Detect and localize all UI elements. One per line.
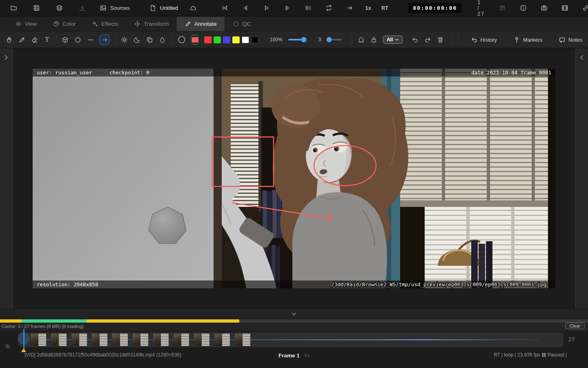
markers-label: Markers	[523, 37, 542, 43]
filmstrip-button[interactable]	[559, 3, 570, 13]
playhead[interactable]	[23, 329, 24, 349]
color-swatch-4[interactable]	[242, 36, 249, 43]
open-folder-button[interactable]	[8, 3, 19, 13]
color-swatch-2[interactable]	[223, 36, 230, 43]
layers-icon	[56, 4, 63, 11]
layers-button[interactable]	[54, 3, 65, 13]
annotation-filter-select[interactable]: All	[383, 36, 403, 44]
play-button[interactable]	[261, 3, 272, 13]
share-link-button[interactable]	[580, 3, 588, 13]
play-direction-button[interactable]	[345, 3, 355, 13]
markers-button[interactable]: Markers	[513, 36, 542, 43]
tab-effects[interactable]: Effects	[84, 17, 126, 31]
frame-mode-label[interactable]: F#	[305, 354, 310, 358]
cloud-sync-button[interactable]	[188, 3, 198, 13]
cache-status-label: Cache: 3 / 27 frames (8 MB) [8 loading]	[2, 324, 84, 329]
viewer-area: user: russian_user checkpoint: 0 date 20…	[0, 48, 588, 309]
timeline-thumbnail[interactable]	[133, 334, 148, 346]
media-canvas[interactable]: user: russian_user checkpoint: 0 date 20…	[33, 69, 555, 288]
speed-indicator[interactable]: 1x	[365, 5, 371, 11]
selected-color-swatch[interactable]	[192, 35, 198, 45]
tab-view[interactable]: View	[7, 17, 45, 31]
realtime-indicator[interactable]: RT	[381, 5, 388, 11]
timeline-thumbnail[interactable]	[51, 334, 67, 346]
step-forward-icon	[284, 4, 291, 11]
timeline-thumbnail[interactable]	[214, 334, 230, 346]
timeline-thumbnail[interactable]	[31, 334, 46, 346]
darken-button[interactable]	[134, 35, 140, 45]
tab-annotate[interactable]: Annotate	[177, 17, 225, 31]
timeline-thumbnail[interactable]	[71, 334, 87, 346]
timeline-strip[interactable]	[18, 332, 564, 347]
fill-button[interactable]	[159, 35, 166, 45]
cache-segment	[0, 319, 22, 323]
loop-mode-button[interactable]	[324, 3, 334, 13]
info-button[interactable]	[518, 3, 528, 13]
shape-tool-button[interactable]	[62, 35, 69, 45]
pan-tool-button[interactable]	[6, 35, 13, 45]
color-swatch-0[interactable]	[204, 36, 212, 43]
timeline-thumbnail[interactable]	[112, 334, 128, 346]
draw-tool-button[interactable]	[18, 35, 25, 45]
timeline-thumbnail[interactable]	[153, 334, 169, 346]
document-tab[interactable]: Untitled	[149, 3, 178, 13]
transport-info-label: RT | loop | 23.976 fps	[494, 352, 540, 358]
timeline-thumbnail[interactable]	[194, 334, 209, 346]
line-tool-button[interactable]	[87, 35, 94, 45]
color-swatch-1[interactable]	[214, 36, 221, 43]
arrow-tool-button[interactable]	[100, 34, 109, 45]
tab-transform[interactable]: Transform	[126, 17, 177, 31]
tab-transform-label: Transform	[144, 21, 169, 27]
download-button[interactable]	[77, 3, 87, 13]
duplicate-button[interactable]	[146, 35, 153, 45]
collaborators-button[interactable]	[497, 3, 508, 13]
opacity-slider[interactable]	[288, 39, 305, 40]
timeline-thumbnails	[31, 334, 250, 346]
redo-button[interactable]	[424, 35, 431, 45]
timeline-thumbnail[interactable]	[174, 334, 189, 346]
save-button[interactable]	[31, 3, 42, 13]
link-icon	[582, 4, 588, 11]
color-ring-button[interactable]	[178, 35, 186, 45]
arrow-right-icon	[346, 4, 353, 11]
lock-annotations-button[interactable]	[370, 35, 377, 45]
snapshot-button[interactable]	[539, 3, 549, 13]
tab-qc[interactable]: QC	[225, 17, 258, 31]
step-back-button[interactable]	[241, 3, 251, 13]
divider	[115, 36, 116, 44]
brush-size-slider[interactable]	[327, 39, 342, 40]
skip-to-end-button[interactable]	[303, 3, 314, 13]
clear-cache-button[interactable]: Clear	[565, 323, 585, 329]
undo-button[interactable]	[412, 35, 419, 45]
brightness-button[interactable]	[121, 35, 128, 45]
timeline-thumbnail[interactable]	[235, 334, 250, 346]
history-button[interactable]: History	[471, 36, 497, 43]
delete-annotation-button[interactable]	[437, 35, 444, 45]
notes-button[interactable]: Notes	[559, 36, 582, 43]
history-label: History	[481, 37, 497, 43]
color-swatch-3[interactable]	[232, 36, 240, 43]
skip-to-start-button[interactable]	[220, 3, 230, 13]
ghost-annotations-button[interactable]	[358, 35, 365, 45]
play-icon	[263, 4, 270, 11]
sources-button[interactable]: Sources	[100, 3, 130, 13]
hand-icon	[6, 36, 13, 43]
playhead-flag[interactable]	[21, 348, 26, 352]
tab-color[interactable]: Color	[45, 17, 84, 31]
eraser-tool-button[interactable]	[31, 35, 38, 45]
image-icon	[100, 4, 107, 11]
zoom-tool-icon[interactable]	[5, 343, 11, 350]
chevron-left-icon[interactable]	[579, 54, 586, 61]
timeline-thumbnail[interactable]	[92, 334, 107, 346]
ellipse-tool-button[interactable]	[74, 35, 81, 45]
chevron-right-icon[interactable]	[3, 54, 10, 61]
pin-icon	[513, 36, 520, 43]
chevron-down-icon[interactable]	[291, 311, 297, 317]
top-toolbar: Sources Untitled	[0, 0, 588, 16]
timeline[interactable]: 27	[0, 331, 588, 348]
color-swatch-5[interactable]	[251, 36, 258, 43]
arrow-icon	[101, 36, 108, 43]
pencil-icon	[185, 21, 191, 27]
step-forward-button[interactable]	[282, 3, 293, 13]
text-tool-button[interactable]: T	[44, 35, 50, 45]
